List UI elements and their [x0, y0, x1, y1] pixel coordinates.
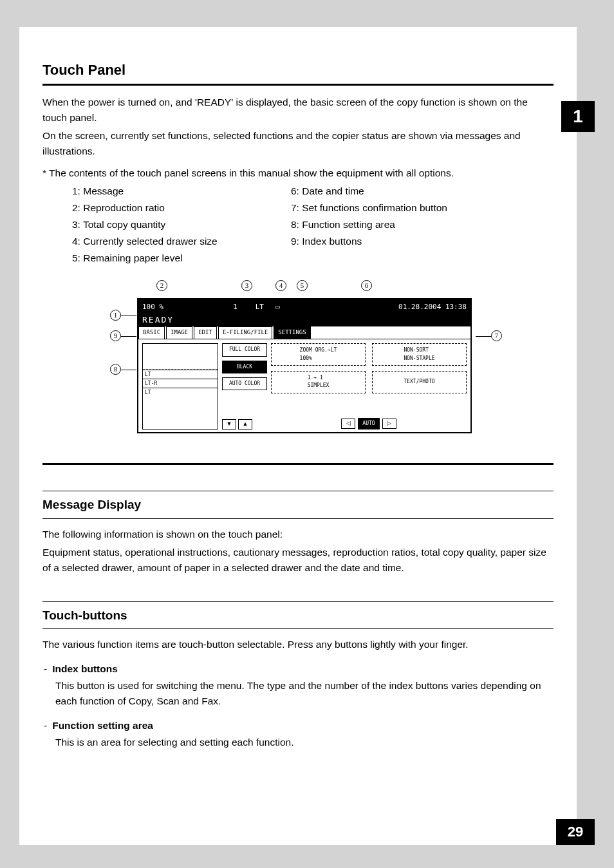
text-photo-button[interactable]: TEXT/PHOTO: [372, 371, 467, 393]
bullet-desc: This is an area for selecting and settin…: [55, 735, 554, 750]
zoom-button[interactable]: ZOOM ORG.→LT 100%: [271, 343, 366, 366]
section-title: Touch Panel: [42, 59, 554, 86]
callout-2: 2: [156, 279, 167, 292]
index-tabs: BASIC IMAGE EDIT E-FILING/FILE SETTINGS: [138, 326, 470, 339]
drawer-slot[interactable]: LT-R: [143, 379, 218, 388]
tab-edit[interactable]: EDIT: [194, 326, 217, 339]
drawer-slot[interactable]: LT: [143, 388, 218, 397]
tab-settings[interactable]: SETTINGS: [274, 326, 310, 339]
scroll-down-button[interactable]: ▼: [222, 419, 236, 429]
callout-7: 7: [476, 329, 502, 342]
bullet-desc: This button is used for switching the me…: [55, 678, 554, 709]
footnote: * The contents of the touch panel screen…: [42, 165, 554, 181]
callout-3: 3: [241, 279, 252, 292]
black-button[interactable]: BLACK: [222, 361, 267, 373]
section-divider: [42, 463, 554, 465]
subsection-touch-buttons: Touch-buttons: [42, 601, 554, 629]
legend-item: 5: Remaining paper level: [72, 250, 265, 266]
function-setting-area: LT LT-R LT FULL COLOR BLACK AUTO COLOR ▼…: [138, 339, 470, 433]
density-controls: ◁ AUTO ▷: [271, 418, 467, 429]
page-number: 29: [556, 819, 595, 845]
touch-panel-screen: 100 % 1 LT ▭ 01.28.2004 13:38 READY BASI…: [137, 298, 472, 433]
touch-panel-diagram: 2 3 4 5 6 1 9 8 7 100 % 1 LT ▭ 01.28.200…: [92, 279, 504, 446]
simplex-button[interactable]: 1 → 1 SIMPLEX: [271, 371, 366, 393]
density-left-button[interactable]: ◁: [341, 419, 355, 429]
scroll-up-button[interactable]: ▲: [238, 419, 252, 429]
sort-button[interactable]: NON-SORT NON-STAPLE: [372, 343, 467, 366]
legend-col-left: 1: Message 2: Reproduction ratio 3: Tota…: [72, 184, 265, 267]
bullet-item: - Function setting area This is an area …: [44, 718, 554, 750]
callout-8: 8: [110, 363, 136, 375]
legend-item: 9: Index buttons: [291, 234, 447, 249]
bullet-list: - Index buttons This button is used for …: [44, 661, 554, 750]
bullet-term: Index buttons: [52, 661, 118, 677]
tab-basic[interactable]: BASIC: [138, 326, 165, 339]
callout-6: 6: [361, 279, 372, 292]
bullet-term: Function setting area: [52, 718, 153, 733]
intro-paragraph-2: On the screen, currently set functions, …: [42, 128, 554, 159]
density-auto-button[interactable]: AUTO: [358, 418, 379, 429]
dash-icon: -: [44, 661, 47, 677]
legend-item: 2: Reproduction ratio: [72, 200, 265, 216]
legend-item: 6: Date and time: [291, 184, 447, 199]
tab-image[interactable]: IMAGE: [166, 326, 192, 339]
legend-item: 3: Total copy quantity: [72, 217, 265, 232]
page: 1 29 Touch Panel When the power is turne…: [19, 27, 577, 845]
callout-1: 1: [110, 308, 136, 321]
tab-efiling[interactable]: E-FILING/FILE: [218, 326, 272, 339]
body-text: The various function items are touch-but…: [42, 637, 554, 652]
reproduction-ratio: 100 %: [142, 301, 163, 312]
drawer-slot[interactable]: LT: [143, 370, 218, 379]
datetime: 01.28.2004 13:38: [398, 301, 467, 312]
settings-grid: ZOOM ORG.→LT 100% NON-SORT NON-STAPLE 1 …: [271, 343, 467, 429]
legend-item: 4: Currently selected drawer size: [72, 234, 265, 249]
full-color-button[interactable]: FULL COLOR: [222, 343, 267, 356]
paper-level-icon: ▭: [275, 301, 280, 312]
legend-item: 7: Set functions confirmation button: [291, 200, 447, 216]
subsection-message-display: Message Display: [42, 491, 554, 518]
copy-quantity: 1: [233, 301, 237, 312]
drawer-illustration[interactable]: LT LT-R LT: [142, 343, 218, 429]
callout-9: 9: [110, 329, 136, 342]
callout-4: 4: [275, 279, 286, 292]
density-right-button[interactable]: ▷: [382, 419, 396, 429]
callout-5: 5: [297, 279, 308, 292]
legend: 1: Message 2: Reproduction ratio 3: Tota…: [72, 184, 554, 267]
intro-paragraph-1: When the power is turned on, and 'READY'…: [42, 95, 554, 126]
color-mode-buttons: FULL COLOR BLACK AUTO COLOR ▼ ▲: [222, 343, 267, 429]
chapter-tab: 1: [561, 101, 595, 132]
body-text: The following information is shown on th…: [42, 527, 554, 542]
legend-col-right: 6: Date and time 7: Set functions confir…: [291, 184, 447, 267]
drawer-size-indicator: LT: [256, 301, 264, 312]
legend-item: 1: Message: [72, 184, 265, 199]
auto-color-button[interactable]: AUTO COLOR: [222, 377, 267, 390]
dash-icon: -: [44, 718, 47, 733]
status-bar: 100 % 1 LT ▭ 01.28.2004 13:38 READY: [138, 299, 470, 326]
ready-message: READY: [142, 314, 174, 326]
legend-item: 8: Function setting area: [291, 217, 447, 232]
bullet-item: - Index buttons This button is used for …: [44, 661, 554, 709]
body-text: Equipment status, operational instructio…: [42, 545, 554, 576]
